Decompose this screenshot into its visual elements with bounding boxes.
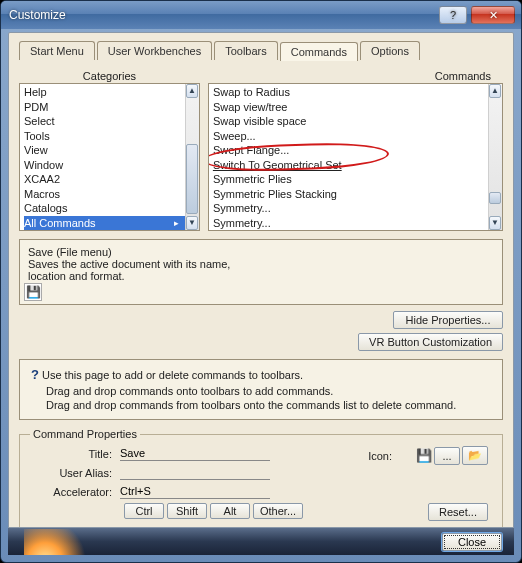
title-input[interactable] (120, 446, 270, 461)
list-item[interactable]: Switch To Geometrical Set (213, 158, 502, 173)
scrollbar[interactable]: ▲ ▼ (488, 84, 502, 230)
help-icon: ? (450, 9, 456, 21)
list-item[interactable]: Swap to Radius (213, 85, 502, 100)
list-item[interactable]: Macros (24, 187, 199, 202)
desc-line: location and format. (28, 270, 494, 282)
titlebar-help-button[interactable]: ? (439, 6, 467, 24)
accelerator-input[interactable] (120, 484, 270, 499)
question-icon: ? (28, 366, 42, 384)
titlebar-close-button[interactable]: ✕ (471, 6, 515, 24)
icon-label: Icon: (368, 450, 392, 462)
icon-preview: 💾 (416, 448, 432, 463)
scroll-up-icon[interactable]: ▲ (186, 84, 198, 98)
reset-button[interactable]: Reset... (428, 503, 488, 521)
customize-dialog: Customize ? ✕ Start Menu User Workbenche… (0, 0, 522, 563)
accelerator-label: Accelerator: (30, 486, 118, 498)
list-item[interactable]: Symmetric Plies Stacking (213, 187, 502, 202)
list-item[interactable]: Window (24, 158, 199, 173)
list-item[interactable]: PDM (24, 100, 199, 115)
list-item[interactable]: Select (24, 114, 199, 129)
list-item[interactable]: View (24, 143, 199, 158)
desc-title: Save (File menu) (28, 246, 494, 258)
list-item[interactable]: XCAA2 (24, 172, 199, 187)
list-item[interactable]: Swap view/tree (213, 100, 502, 115)
ctrl-button[interactable]: Ctrl (124, 503, 164, 519)
list-item[interactable]: Swap visible space (213, 114, 502, 129)
scroll-thumb[interactable] (186, 144, 198, 214)
close-icon: ✕ (489, 9, 498, 22)
vr-customization-button[interactable]: VR Button Customization (358, 333, 503, 351)
hide-properties-button[interactable]: Hide Properties... (393, 311, 503, 329)
window-title: Customize (7, 8, 435, 22)
list-item[interactable]: Tools (24, 129, 199, 144)
scroll-down-icon[interactable]: ▼ (489, 216, 501, 230)
commands-listbox[interactable]: Swap to Radius Swap view/tree Swap visib… (208, 83, 503, 231)
user-alias-label: User Alias: (30, 467, 118, 479)
shift-button[interactable]: Shift (167, 503, 207, 519)
tab-strip: Start Menu User Workbenches Toolbars Com… (19, 41, 503, 60)
lists-panel: Categories Help PDM Select Tools View Wi… (19, 70, 503, 231)
close-button[interactable]: Close (442, 533, 502, 551)
command-icon-preview: 💾 (24, 283, 42, 301)
other-button[interactable]: Other... (253, 503, 303, 519)
icon-open-button[interactable]: 📂 (462, 446, 488, 465)
scrollbar[interactable]: ▲ ▼ (185, 84, 199, 230)
scroll-up-icon[interactable]: ▲ (489, 84, 501, 98)
user-alias-input[interactable] (120, 465, 270, 480)
categories-listbox[interactable]: Help PDM Select Tools View Window XCAA2 … (19, 83, 200, 231)
tab-toolbars[interactable]: Toolbars (214, 41, 278, 60)
props-legend: Command Properties (30, 428, 140, 440)
dialog-footer: Close (8, 527, 514, 555)
list-item[interactable]: Symmetry... (213, 216, 502, 231)
scroll-down-icon[interactable]: ▼ (186, 216, 198, 230)
icon-browse-button[interactable]: ... (434, 447, 460, 465)
list-item[interactable]: Swept Flange... (213, 143, 502, 158)
alt-button[interactable]: Alt (210, 503, 250, 519)
help-text: ?Use this page to add or delete commands… (19, 359, 503, 420)
desc-line: Saves the active document with its name, (28, 258, 494, 270)
folder-icon: 📂 (468, 449, 482, 461)
tab-user-workbenches[interactable]: User Workbenches (97, 41, 212, 60)
tab-start-menu[interactable]: Start Menu (19, 41, 95, 60)
list-item[interactable]: Sweep... (213, 129, 502, 144)
commands-header: Commands (208, 70, 503, 82)
list-item-selected[interactable]: All Commands (24, 216, 199, 231)
list-item[interactable]: Help (24, 85, 199, 100)
footer-glow-decoration (24, 529, 94, 555)
list-item[interactable]: Symmetric Plies (213, 172, 502, 187)
command-description: Save (File menu) Saves the active docume… (19, 239, 503, 305)
tab-commands[interactable]: Commands (280, 42, 358, 61)
list-item[interactable]: Symmetry... (213, 201, 502, 216)
command-properties-group: Command Properties Title: User Alias: Ac… (19, 428, 503, 528)
title-label: Title: (30, 448, 118, 460)
client-area: Start Menu User Workbenches Toolbars Com… (8, 32, 514, 555)
floppy-icon: 💾 (26, 285, 41, 299)
scroll-thumb[interactable] (489, 192, 501, 204)
list-item[interactable]: Catalogs (24, 201, 199, 216)
title-bar[interactable]: Customize ? ✕ (1, 1, 521, 29)
categories-header: Categories (19, 70, 200, 82)
tab-options[interactable]: Options (360, 41, 420, 60)
